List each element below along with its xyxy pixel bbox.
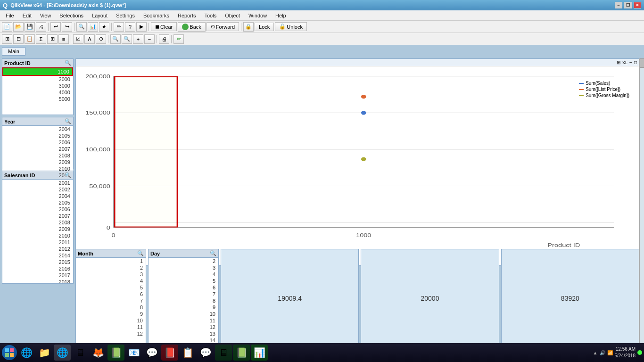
taskbar-outlook[interactable]: 📧 <box>125 345 142 361</box>
undo-btn[interactable]: ↩ <box>50 22 61 32</box>
list-item[interactable]: 7 <box>149 291 218 297</box>
taskbar-skype[interactable]: 💬 <box>143 345 160 361</box>
close-button[interactable]: ✕ <box>634 2 641 8</box>
new-btn[interactable]: 📄 <box>2 22 12 32</box>
list-item[interactable]: 2006 <box>2 206 73 213</box>
tb2-btn3[interactable]: 📋 <box>25 34 35 44</box>
open-btn[interactable]: 📂 <box>13 22 24 32</box>
tb2-btn6[interactable]: ≡ <box>58 34 69 44</box>
list-item[interactable]: 2010 <box>2 232 73 239</box>
list-item[interactable]: 2004 <box>2 126 73 132</box>
tb2-btn8[interactable]: A <box>84 34 95 44</box>
list-item[interactable]: 2007 <box>2 146 73 152</box>
taskbar-firefox[interactable]: 🦊 <box>90 345 107 361</box>
taskbar-explorer[interactable]: 📁 <box>36 345 53 361</box>
back-button[interactable]: Back <box>178 22 205 32</box>
list-item[interactable]: 3000 <box>2 82 73 89</box>
list-item[interactable]: 8 <box>76 304 146 311</box>
edit2-btn[interactable]: ✏ <box>114 22 124 32</box>
start-button[interactable] <box>2 345 17 360</box>
day-search-icon[interactable]: 🔍 <box>210 250 216 256</box>
taskbar-excel[interactable]: 📊 <box>251 345 268 361</box>
list-item[interactable]: 2 <box>76 264 146 271</box>
menu-edit[interactable]: Edit <box>19 12 35 19</box>
list-item[interactable]: 3 <box>76 271 146 278</box>
forward-button[interactable]: ⊙ Forward <box>206 22 239 31</box>
list-item[interactable]: 9 <box>149 304 218 311</box>
list-item[interactable]: 2009 <box>2 159 73 165</box>
unlock-button[interactable]: 🔓 Unlock <box>275 22 307 31</box>
menu-window[interactable]: Window <box>245 12 271 19</box>
taskbar-ie[interactable]: 🌐 <box>18 345 35 361</box>
list-item[interactable]: 8 <box>149 297 218 304</box>
save-btn[interactable]: 💾 <box>25 22 35 32</box>
menu-tools[interactable]: Tools <box>200 12 220 19</box>
taskbar-app1[interactable]: 📗 <box>107 345 124 361</box>
list-item[interactable]: 6 <box>149 284 218 291</box>
list-item[interactable]: 5000 <box>2 96 73 102</box>
redo-btn[interactable]: ↪ <box>62 22 72 32</box>
list-item[interactable]: 2016 <box>2 265 73 272</box>
tb2-btn13[interactable]: − <box>144 34 155 44</box>
list-item[interactable]: 2012 <box>2 246 73 252</box>
scrollbar-thumb[interactable] <box>640 58 644 68</box>
list-item[interactable]: 2018 <box>2 279 73 283</box>
tb2-print[interactable]: 🖨 <box>159 34 169 44</box>
list-item[interactable]: 11 <box>149 317 218 324</box>
tb2-btn11[interactable]: 🔍 <box>122 34 132 44</box>
list-item[interactable]: 11 <box>76 324 146 330</box>
menu-reports[interactable]: Reports <box>174 12 200 19</box>
main-tab[interactable]: Main <box>2 47 25 56</box>
chart-xl-icon[interactable]: XL <box>622 60 627 65</box>
menu-object[interactable]: Object <box>221 12 244 19</box>
tb2-btn9[interactable]: ⊙ <box>96 34 106 44</box>
list-item[interactable]: 2001 <box>2 180 73 186</box>
list-item[interactable]: 7 <box>76 297 146 304</box>
taskbar-pdf[interactable]: 📕 <box>161 345 178 361</box>
tb2-btn12[interactable]: + <box>133 34 143 44</box>
taskbar-network[interactable]: 🖥 <box>72 345 89 361</box>
year-search-icon[interactable]: 🔍 <box>65 118 71 124</box>
list-item[interactable]: 10 <box>149 311 218 317</box>
list-item[interactable]: 5 <box>149 278 218 284</box>
lock-button[interactable]: Lock <box>255 23 274 31</box>
menu-selections[interactable]: Selections <box>56 12 87 19</box>
more-btn[interactable]: ▶ <box>136 22 147 32</box>
list-item[interactable]: 2 <box>149 258 218 264</box>
list-item[interactable]: 3 <box>149 264 218 271</box>
print-btn[interactable]: 🖨 <box>36 22 46 32</box>
list-item[interactable]: 14 <box>149 337 218 343</box>
list-item[interactable]: 5 <box>76 284 146 291</box>
list-item[interactable]: 2017 <box>2 272 73 279</box>
list-item[interactable]: 4 <box>149 271 218 278</box>
tb2-color[interactable]: ✏ <box>173 34 184 44</box>
menu-layout[interactable]: Layout <box>88 12 111 19</box>
list-item[interactable]: 2005 <box>2 199 73 206</box>
find-btn[interactable]: 🔍 <box>76 22 87 32</box>
list-item[interactable]: 2006 <box>2 139 73 146</box>
tray-expand-icon[interactable]: ▲ <box>593 350 598 355</box>
chart-btn[interactable]: 📊 <box>88 22 98 32</box>
menu-settings[interactable]: Settings <box>112 12 139 19</box>
list-item[interactable]: 2014 <box>2 252 73 259</box>
tb2-btn7[interactable]: ☑ <box>73 34 83 44</box>
month-search-icon[interactable]: 🔍 <box>137 250 144 256</box>
minimize-button[interactable]: − <box>615 2 622 8</box>
menu-view[interactable]: View <box>36 12 55 19</box>
chart-minimize-icon[interactable]: − <box>629 60 632 65</box>
help-btn[interactable]: ? <box>125 22 135 32</box>
list-item[interactable]: 6 <box>76 291 146 297</box>
tb2-btn4[interactable]: Σ <box>36 34 46 44</box>
list-item[interactable]: 9 <box>76 311 146 317</box>
list-item[interactable]: 4 <box>76 278 146 284</box>
list-item[interactable]: 2009 <box>2 226 73 232</box>
list-item[interactable]: 2004 <box>2 193 73 199</box>
salesman-id-search-icon[interactable]: 🔍 <box>65 172 71 178</box>
taskbar-app2[interactable]: 📋 <box>179 345 196 361</box>
tb2-btn2[interactable]: ⊟ <box>13 34 24 44</box>
restore-button[interactable]: ❐ <box>624 2 632 8</box>
list-item[interactable]: 2015 <box>2 259 73 265</box>
taskbar-onenote[interactable]: 📗 <box>233 345 250 361</box>
list-item[interactable]: 1000 <box>2 67 73 76</box>
list-item[interactable]: 12 <box>149 324 218 330</box>
